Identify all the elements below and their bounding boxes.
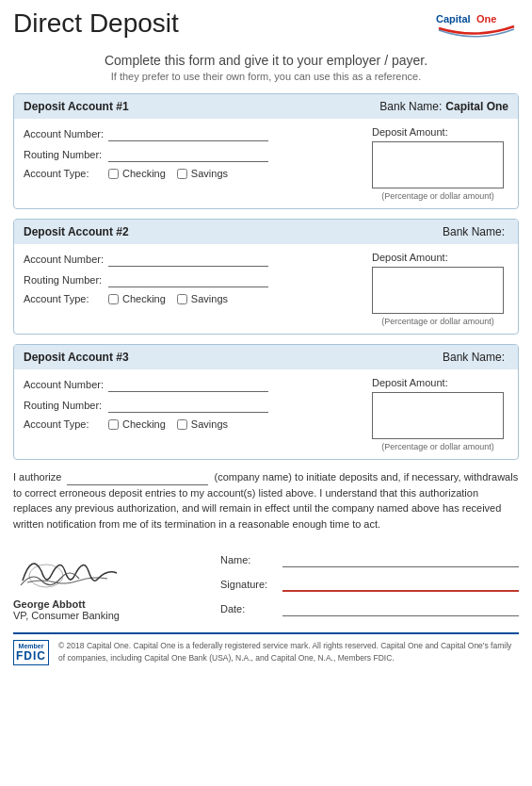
signature-label: Signature: [220,579,277,590]
signature-input-line[interactable] [282,577,519,592]
account-header-1: Deposit Account #1 Bank Name: Capital On… [14,94,518,119]
account-number-input-3[interactable] [108,377,268,392]
page-container: Direct Deposit Capital One Complete this… [0,0,532,673]
savings-checkbox-1[interactable] [177,169,187,179]
fdic-badge: Member FDIC [13,640,49,665]
checking-option-2[interactable]: Checking [108,293,166,304]
account-left-2: Account Number: Routing Number: Account … [24,252,363,326]
deposit-amount-box-3[interactable] [372,392,504,439]
account-header-2: Deposit Account #2 Bank Name: [14,220,518,244]
authorization-section: I authorize (company name) to initiate d… [13,469,519,532]
account-header-3: Deposit Account #3 Bank Name: [14,345,518,369]
logo-container: Capital One [434,9,519,43]
bank-name-label-3: Bank Name: [443,351,505,364]
account-type-row-2: Account Type: Checking Savings [24,293,363,304]
name-field-row: Name: [220,552,519,567]
checking-checkbox-2[interactable] [108,294,119,304]
account-title-3: Deposit Account #3 [24,351,443,364]
routing-number-row-2: Routing Number: [24,272,363,287]
signature-image [13,543,126,595]
account-body-3: Account Number: Routing Number: Account … [14,369,518,459]
account-number-label-1: Account Number: [24,128,108,139]
savings-option-2[interactable]: Savings [177,293,228,304]
savings-checkbox-3[interactable] [177,419,187,430]
bank-name-label-2: Bank Name: [443,225,505,238]
account-number-row-1: Account Number: [24,126,363,141]
account-right-1: Deposit Amount: (Percentage or dollar am… [372,126,508,201]
signature-section: George Abbott VP, Consumer Banking Name:… [13,543,519,621]
savings-option-3[interactable]: Savings [177,418,228,430]
deposit-amount-label-2: Deposit Amount: [372,252,448,263]
routing-number-input-3[interactable] [108,398,268,413]
subtitle-sub: If they prefer to use their own form, yo… [13,71,519,82]
savings-checkbox-2[interactable] [177,294,187,304]
date-label: Date: [220,603,277,614]
auth-text-before: I authorize [13,471,61,483]
routing-number-input-1[interactable] [108,147,268,162]
routing-number-row-1: Routing Number: [24,147,363,162]
deposit-amount-box-2[interactable] [372,267,504,314]
checking-checkbox-3[interactable] [108,419,119,430]
account-number-input-1[interactable] [108,126,268,141]
date-input-line[interactable] [282,601,519,616]
sig-image-area [13,543,126,595]
auth-company-blank[interactable] [67,472,208,485]
account-type-label-2: Account Type: [24,293,108,304]
routing-number-label-3: Routing Number: [24,400,108,411]
checkbox-group-2: Checking Savings [108,293,228,304]
routing-number-row-3: Routing Number: [24,398,363,413]
account-number-label-2: Account Number: [24,254,108,265]
routing-number-input-2[interactable] [108,272,268,287]
name-label: Name: [220,554,277,565]
routing-number-label-2: Routing Number: [24,274,108,286]
routing-number-label-1: Routing Number: [24,149,108,160]
signer-title: VP, Consumer Banking [13,610,202,621]
header: Direct Deposit Capital One [13,9,519,43]
footer: Member FDIC © 2018 Capital One. Capital … [13,632,519,665]
checking-option-1[interactable]: Checking [108,168,166,179]
account-type-label-1: Account Type: [24,168,108,179]
account-box-2: Deposit Account #2 Bank Name: Account Nu… [13,219,519,335]
checking-option-3[interactable]: Checking [108,418,166,430]
account-box-3: Deposit Account #3 Bank Name: Account Nu… [13,344,519,460]
account-body-2: Account Number: Routing Number: Account … [14,244,518,334]
account-number-row-3: Account Number: [24,377,363,392]
savings-option-1[interactable]: Savings [177,168,228,179]
auth-company-label: (company name) [215,471,293,483]
account-right-3: Deposit Amount: (Percentage or dollar am… [372,377,508,451]
account-number-input-2[interactable] [108,252,268,267]
sig-right: Name: Signature: Date: [220,543,519,621]
deposit-amount-note-3: (Percentage or dollar amount) [372,442,504,451]
svg-text:Capital: Capital [436,13,471,25]
svg-text:One: One [476,13,496,25]
checkbox-group-3: Checking Savings [108,418,228,430]
account-title-1: Deposit Account #1 [24,100,379,113]
signature-field-row: Signature: [220,577,519,592]
deposit-amount-box-1[interactable] [372,141,504,188]
fdic-text: FDIC [16,649,46,663]
bank-name-value-1: Capital One [445,100,508,113]
deposit-amount-note-1: (Percentage or dollar amount) [372,191,504,201]
page-title: Direct Deposit [13,9,179,39]
account-body-1: Account Number: Routing Number: Account … [14,119,518,208]
account-type-row-1: Account Type: Checking Savings [24,168,363,179]
capital-one-logo: Capital One [434,9,519,43]
deposit-amount-label-1: Deposit Amount: [372,126,448,138]
footer-text: © 2018 Capital One. Capital One is a fed… [58,640,519,664]
account-box-1: Deposit Account #1 Bank Name: Capital On… [13,93,519,209]
account-type-row-3: Account Type: Checking Savings [24,418,363,430]
account-right-2: Deposit Amount: (Percentage or dollar am… [372,252,508,326]
name-input-line[interactable] [282,552,519,567]
account-number-label-3: Account Number: [24,379,108,390]
checking-checkbox-1[interactable] [108,169,119,179]
deposit-amount-label-3: Deposit Amount: [372,377,448,388]
subtitle-main: Complete this form and give it to your e… [13,53,519,68]
account-type-label-3: Account Type: [24,418,108,430]
account-left-3: Account Number: Routing Number: Account … [24,377,363,451]
checkbox-group-1: Checking Savings [108,168,228,179]
bank-name-label-1: Bank Name: [379,100,442,113]
signer-name: George Abbott [13,598,202,610]
account-number-row-2: Account Number: [24,252,363,267]
fdic-member-text: Member [19,643,44,649]
date-field-row: Date: [220,601,519,616]
